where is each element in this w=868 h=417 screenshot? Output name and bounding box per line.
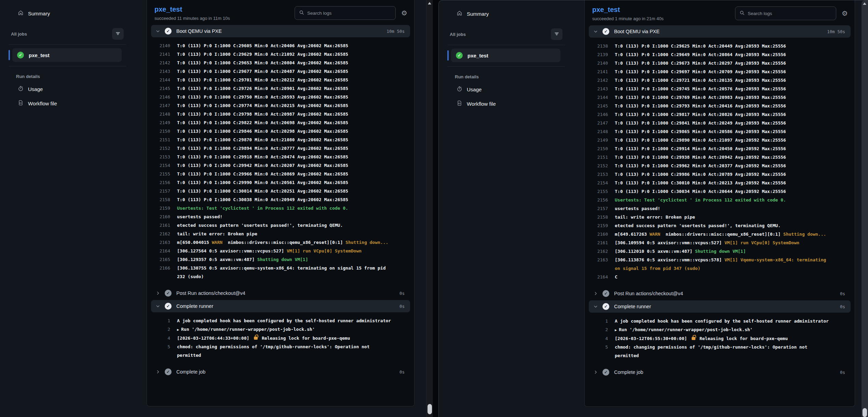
scrollbar-thumb[interactable] (428, 404, 432, 414)
log-line-number[interactable]: 2156 (151, 178, 170, 187)
log-line-number[interactable]: 2139 (589, 50, 608, 59)
log-line-number[interactable]: 2163 (589, 256, 608, 273)
log-line-number[interactable]: 2150 (589, 144, 608, 153)
step-success-check-icon: ✓ (165, 28, 172, 35)
log-line-number[interactable]: 2166 (151, 264, 170, 281)
log-line-number[interactable]: 2140 (589, 59, 608, 67)
sidebar-item-workflow-file[interactable]: Workflow file (18, 99, 147, 108)
log-line: 2140T:0 (113) P:0 I:1000 C:29605 Min:0 A… (151, 41, 410, 50)
log-line-number[interactable]: 2163 (151, 238, 170, 247)
log-line-number[interactable]: 2158 (151, 195, 170, 204)
window-scrollbar[interactable] (426, 0, 433, 417)
log-line-number[interactable]: 2147 (589, 119, 608, 127)
log-line-number[interactable]: 2161 (589, 238, 608, 247)
log-line-number[interactable]: 5 (589, 343, 608, 360)
scroll-up-arrow-icon[interactable] (863, 2, 866, 5)
settings-gear-button[interactable]: ⚙ (401, 9, 408, 17)
log-line-number[interactable]: 2158 (589, 213, 608, 221)
log-line-text: T:0 (113) P:0 I:1000 C:29918 Min:0 Act:2… (177, 153, 396, 161)
log-line-number[interactable]: 2159 (151, 204, 170, 212)
step-header-post-run-actions-checkout-v4[interactable]: ✓Post Run actions/checkout@v40s (151, 287, 410, 299)
log-line-number[interactable]: 2154 (589, 179, 608, 187)
log-line-number[interactable]: 2153 (589, 170, 608, 179)
log-line-number[interactable]: 2142 (589, 76, 608, 84)
step-header-boot-qemu-via-pxe[interactable]: ✓Boot QEMU via PXE10m 50s (589, 25, 851, 38)
log-line-number[interactable]: 2156 (589, 196, 608, 204)
log-line-number[interactable]: 2148 (589, 127, 608, 136)
log-line-number[interactable]: 2147 (151, 101, 170, 110)
log-line-number[interactable]: 2141 (151, 50, 170, 58)
log-line-number[interactable]: 2162 (151, 230, 170, 238)
log-line-number[interactable]: 2 (589, 325, 608, 334)
log-line-number[interactable]: 2145 (589, 102, 608, 110)
step-header-complete-job[interactable]: ✓Complete job0s (589, 366, 851, 378)
log-line-number[interactable]: 2153 (151, 153, 170, 161)
step-header-post-run-actions-checkout-v4[interactable]: ✓Post Run actions/checkout@v40s (589, 287, 851, 300)
log-line-number[interactable]: 2155 (589, 187, 608, 196)
step-header-complete-runner[interactable]: ✓Complete runner0s (151, 300, 410, 312)
sidebar-item-workflow-file[interactable]: Workflow file (457, 99, 584, 108)
log-line-number[interactable]: 2143 (151, 67, 170, 76)
log-line-number[interactable]: 2151 (151, 135, 170, 144)
job-title-link[interactable]: pxe_test (592, 6, 620, 13)
log-line-number[interactable]: 2152 (151, 144, 170, 153)
log-line-number[interactable]: 2155 (151, 170, 170, 178)
log-line-text: T:0 (113) P:0 I:1000 C:30034 Min:0 Act:2… (615, 187, 833, 196)
log-line-number[interactable]: 2154 (151, 161, 170, 170)
log-line-number[interactable]: 2164 (151, 247, 170, 255)
log-line-number[interactable]: 2144 (151, 76, 170, 84)
sidebar-item-usage[interactable]: Usage (18, 84, 147, 93)
log-line-number[interactable]: 2146 (151, 93, 170, 101)
search-logs-box[interactable] (295, 6, 396, 20)
log-line-number[interactable]: 2160 (589, 230, 608, 238)
step-header-boot-qemu-via-pxe[interactable]: ✓Boot QEMU via PXE10m 50s (151, 25, 410, 37)
log-line-number[interactable]: 2159 (589, 221, 608, 230)
log-line-number[interactable]: 4 (151, 334, 170, 342)
step-header-complete-job[interactable]: ✓Complete job0s (151, 366, 410, 378)
log-line-number[interactable]: 2151 (589, 153, 608, 161)
log-line-number[interactable]: 2157 (151, 187, 170, 195)
step-duration: 0s (399, 304, 405, 309)
log-line-number[interactable]: 1 (589, 317, 608, 325)
log-line-number[interactable]: 2 (151, 325, 170, 334)
sidebar-job-item-pxe-test[interactable]: ✓ pxe_test (12, 48, 122, 62)
log-line-number[interactable]: 2165 (151, 255, 170, 264)
log-line-number[interactable]: 2164 (589, 273, 608, 281)
log-line-number[interactable]: 2152 (589, 161, 608, 170)
log-line-number[interactable]: 2162 (589, 247, 608, 256)
scrollbar-thumb[interactable] (863, 408, 867, 417)
sidebar-job-item-pxe-test[interactable]: ✓ pxe_test (451, 49, 560, 62)
sidebar-item-summary[interactable]: Summary (18, 9, 147, 18)
sidebar-item-usage[interactable]: Usage (457, 85, 584, 94)
window-scrollbar[interactable] (862, 0, 868, 417)
job-title-link[interactable]: pxe_test (154, 5, 182, 13)
log-line-number[interactable]: 2150 (151, 127, 170, 135)
log-line-number[interactable]: 2148 (151, 110, 170, 118)
scroll-up-arrow-icon[interactable] (428, 2, 431, 4)
log-line-number[interactable]: 2145 (151, 84, 170, 93)
step-header-complete-runner[interactable]: ✓Complete runner0s (589, 300, 851, 313)
log-line: 2155T:0 (113) P:0 I:1000 C:29966 Min:0 A… (151, 170, 410, 178)
settings-gear-button[interactable]: ⚙ (841, 9, 849, 17)
log-line-number[interactable]: 2142 (151, 58, 170, 67)
filter-button[interactable] (112, 28, 124, 40)
log-line-number[interactable]: 2143 (589, 84, 608, 93)
search-logs-input[interactable] (748, 11, 832, 16)
search-logs-input[interactable] (307, 11, 391, 16)
log-line-number[interactable]: 1 (151, 316, 170, 325)
log-line-number[interactable]: 4 (589, 334, 608, 343)
log-line-number[interactable]: 2140 (151, 41, 170, 50)
log-line-number[interactable]: 2146 (589, 110, 608, 119)
log-line-number[interactable]: 2161 (151, 221, 170, 230)
search-logs-box[interactable] (735, 6, 836, 20)
log-line-number[interactable]: 2149 (151, 118, 170, 127)
sidebar-item-summary[interactable]: Summary (457, 9, 584, 18)
log-line-number[interactable]: 2157 (589, 204, 608, 213)
log-line-number[interactable]: 2149 (589, 136, 608, 144)
filter-button[interactable] (551, 28, 562, 40)
log-line-number[interactable]: 5 (151, 342, 170, 360)
log-line-number[interactable]: 2138 (589, 42, 608, 50)
log-line-number[interactable]: 2141 (589, 67, 608, 76)
log-line-number[interactable]: 2144 (589, 93, 608, 102)
log-line-number[interactable]: 2160 (151, 212, 170, 221)
